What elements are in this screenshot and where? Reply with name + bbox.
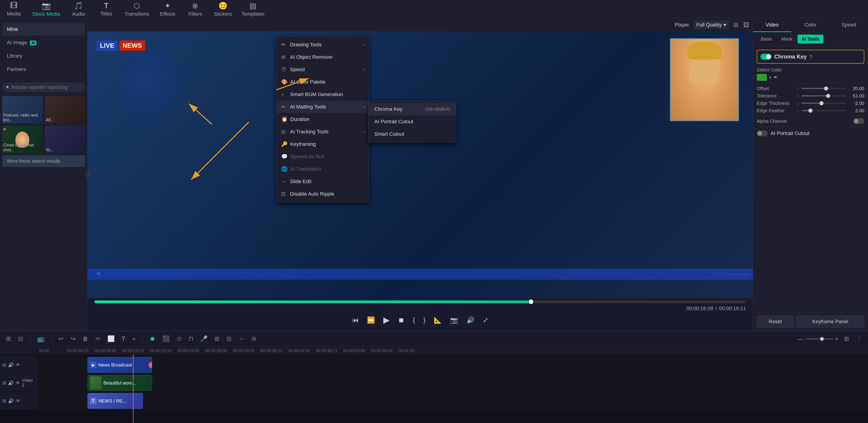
undo-button[interactable]: ↩	[57, 334, 65, 344]
zoom-in-icon[interactable]: +	[835, 335, 838, 342]
zoom-out-icon[interactable]: —	[797, 335, 804, 342]
timeline-link-button[interactable]: ⊟	[17, 334, 24, 344]
track-v1-icon-1[interactable]: ⊞	[2, 362, 6, 368]
audio-button[interactable]: 🔊	[465, 315, 476, 325]
menu-item-speech-to-text[interactable]: 💬 Speech-to-Text	[277, 150, 368, 163]
zoom-slider[interactable]	[805, 338, 833, 340]
sidebar-tab-library[interactable]: Library	[2, 50, 85, 62]
menu-item-ai-tracking-tools[interactable]: ◎ AI Tracking Tools ›	[277, 126, 368, 138]
progress-thumb[interactable]	[529, 300, 533, 304]
snapshot-button[interactable]: 📷	[449, 315, 460, 325]
tolerance-slider[interactable]	[802, 95, 846, 96]
sidebar-tab-mine[interactable]: Mine	[2, 23, 85, 35]
chroma-key-toggle[interactable]	[761, 54, 772, 60]
crop-button[interactable]: ⬜	[106, 334, 116, 344]
edge-thickness-keyframe-icon[interactable]: ◇	[796, 100, 799, 106]
tolerance-keyframe-icon[interactable]: ◇	[796, 93, 799, 99]
submenu-chroma-key[interactable]: Chroma Key Ctrl+Shift+G	[369, 103, 456, 115]
progress-bar[interactable]	[94, 300, 746, 303]
nav-stickers[interactable]: 😊 Stickers	[214, 1, 232, 17]
quality-select[interactable]: Full Quality ▾	[693, 21, 729, 29]
menu-item-drawing-tools[interactable]: ✏ Drawing Tools ›	[277, 38, 368, 51]
play-button[interactable]: ▶	[382, 314, 391, 326]
nav-titles[interactable]: T Titles	[97, 1, 116, 17]
shield-button[interactable]: ⊓	[187, 334, 195, 344]
panel-subtab-basic[interactable]: Basic	[757, 35, 776, 43]
grid-icon[interactable]: ⊞	[734, 22, 739, 29]
menu-item-smart-bgm[interactable]: ♪ Smart BGM Generation	[277, 88, 368, 101]
timeline-channel-button[interactable]: 📺	[36, 334, 46, 344]
fit-button[interactable]: 📐	[432, 315, 443, 325]
nav-templates[interactable]: ▤ Templates	[241, 1, 265, 17]
keyframe-panel-button[interactable]: Keyframe Panel	[796, 315, 864, 328]
clip-scissors-icon[interactable]: ✂	[149, 362, 152, 368]
edge-thickness-slider[interactable]	[802, 102, 846, 104]
circle-button[interactable]: ⊙	[175, 334, 183, 344]
media-thumb-1[interactable]: Podcast, radio and bro...	[2, 96, 42, 123]
search-input[interactable]	[11, 84, 81, 90]
redo-button[interactable]: ↪	[69, 334, 77, 344]
menu-item-duration[interactable]: ⏰ Duration	[277, 113, 368, 126]
tolerance-thumb[interactable]	[826, 94, 830, 98]
edge-feather-thumb[interactable]	[808, 109, 812, 113]
clip-beautiful-woman[interactable]: Beautiful wom...	[88, 375, 152, 391]
minus-button[interactable]: ⊖	[250, 334, 258, 344]
nav-stock-media[interactable]: 📷 Stock Media	[32, 1, 60, 17]
edge-feather-slider[interactable]	[802, 110, 846, 111]
timeline-connect-button[interactable]: ⊞	[5, 334, 12, 344]
track-v2-eye-icon[interactable]: 👁	[16, 381, 20, 386]
media-thumb-3[interactable]: ♥ Close-up portrait shot...	[2, 126, 42, 153]
clip-news-title[interactable]: T NEWS / RE...	[88, 393, 143, 409]
track-t1-icon-2[interactable]: 🔊	[8, 398, 14, 404]
media-thumb-4[interactable]: Yo...	[45, 126, 85, 153]
submenu-smart-cutout[interactable]: Smart Cutout	[369, 128, 456, 140]
pip-button[interactable]: ⬛	[161, 334, 171, 344]
cut-button[interactable]: ✂	[94, 334, 102, 344]
menu-item-ai-matting-tools[interactable]: ✂ AI Matting Tools ›	[277, 101, 368, 113]
menu-item-slide-edit[interactable]: ↔ Slide Edit	[277, 175, 368, 188]
mark-out-button[interactable]: }	[422, 315, 427, 325]
menu-item-disable-auto-ripple[interactable]: ⊡ Disable Auto Ripple	[277, 188, 368, 200]
eyedropper-icon[interactable]: ✒	[774, 74, 778, 81]
nav-audio[interactable]: 🎵 Audio	[69, 1, 88, 17]
sidebar-tab-ai-image[interactable]: AI Image AI	[2, 36, 85, 49]
search-bar[interactable]: 🔍	[2, 83, 85, 92]
stop-button[interactable]: ⏹	[397, 315, 406, 325]
alpha-channel-toggle[interactable]	[853, 118, 864, 124]
rewind-button[interactable]: ⏮	[351, 315, 360, 325]
more-button[interactable]: »	[131, 334, 137, 344]
menu-item-ai-color-palette[interactable]: 🎨 AI Color Palette	[277, 76, 368, 88]
help-icon[interactable]: ?	[809, 54, 812, 59]
media-thumb-2[interactable]: Afl...	[45, 96, 85, 123]
offset-keyframe-icon[interactable]: ◇	[796, 86, 799, 91]
track-t1-icon-1[interactable]: ⊞	[2, 398, 6, 404]
panel-tab-video[interactable]: Video	[753, 19, 791, 32]
offset-slider[interactable]	[802, 88, 846, 89]
color-dropdown-icon[interactable]: ▾	[769, 75, 771, 80]
menu-item-speed[interactable]: ⏱ Speed ›	[277, 63, 368, 76]
nav-media[interactable]: 🎞 Media	[5, 1, 23, 17]
sidebar-collapse-button[interactable]: ‹	[85, 172, 92, 178]
ai-portrait-cutout-toggle[interactable]	[757, 130, 768, 137]
reset-button[interactable]: Reset	[757, 315, 794, 328]
sync-button[interactable]: ⊟	[225, 334, 233, 344]
menu-item-ai-object-remover[interactable]: ⊘ AI Object Remover	[277, 51, 368, 63]
nav-effects[interactable]: ✦ Effects	[158, 1, 177, 17]
panel-tab-speed[interactable]: Speed	[830, 19, 868, 32]
grid-view-button[interactable]: ⊞	[843, 334, 850, 344]
offset-thumb[interactable]	[824, 86, 828, 91]
mark-in-button[interactable]: {	[411, 315, 416, 325]
nav-filters[interactable]: ⊕ Filters	[186, 1, 205, 17]
track-v2-icon-2[interactable]: 🔊	[8, 380, 14, 386]
text-button[interactable]: T	[120, 334, 127, 344]
fullscreen-button[interactable]: ⤢	[482, 315, 490, 325]
step-forward-button[interactable]: ⏩	[366, 315, 376, 325]
color-swatch[interactable]	[757, 74, 767, 81]
panel-subtab-mask[interactable]: Mask	[777, 35, 797, 43]
delete-button[interactable]: 🗑	[81, 334, 90, 344]
settings-button[interactable]: ⋮	[855, 334, 863, 344]
panel-tab-color[interactable]: Color	[791, 19, 830, 32]
image-icon[interactable]: 🖼	[743, 22, 749, 29]
clip-news-broadcast[interactable]: ▶ News Broadcast ✂	[88, 357, 152, 373]
submenu-ai-portrait-cutout[interactable]: AI Portrait Cutout	[369, 115, 456, 128]
